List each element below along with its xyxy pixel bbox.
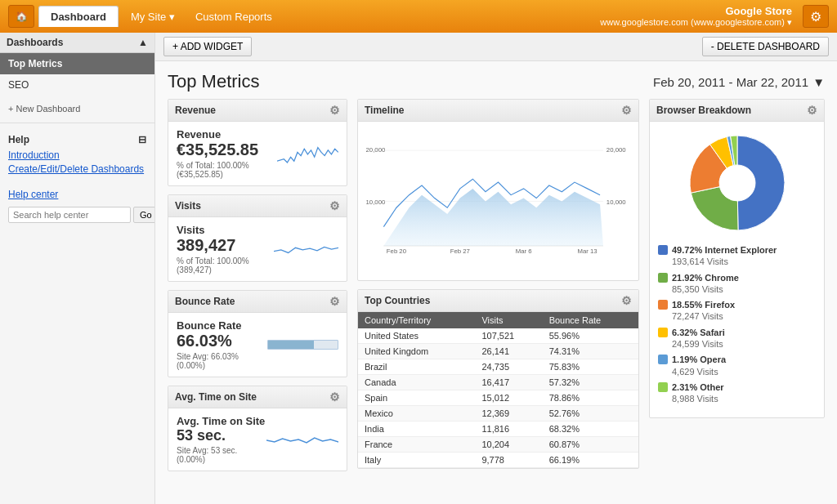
legend-dot [658,382,668,392]
top-countries-widget: Top Countries ⚙ Country/Territory Visits… [357,289,639,469]
legend-name: 18.55% Firefox [672,299,735,310]
legend-text: 1.19% Opera 4,629 Visits [672,354,726,377]
avgtime-widget-header: Avg. Time on Site ⚙ [168,386,347,408]
legend-visits: 193,614 Visits [672,256,777,267]
countries-table: Country/Territory Visits Bounce Rate Uni… [358,312,638,468]
middle-column: Timeline ⚙ 20,000 10,000 20,000 10,000 [357,99,639,471]
visits-gear-icon[interactable]: ⚙ [329,199,340,212]
svg-text:20,000: 20,000 [606,146,626,154]
revenue-widget: Revenue ⚙ Revenue €35,525.85 % of Total:… [168,99,347,186]
bounce-gear-icon[interactable]: ⚙ [329,295,340,308]
search-help-input[interactable] [8,207,131,223]
visits-metric: Visits 389,427 % of Total: 100.00% (389,… [177,224,274,274]
table-cell-visits: 24,735 [475,359,542,375]
legend-text: 21.92% Chrome 85,350 Visits [672,272,739,296]
avgtime-sparkline [266,426,338,454]
table-cell-country: Italy [358,453,475,468]
timeline-chart: 20,000 10,000 20,000 10,000 [365,128,632,271]
gear-icon[interactable]: ⚙ [803,5,829,28]
sidebar-divider [0,123,154,123]
legend-visits: 85,350 Visits [672,283,739,295]
help-link-introduction[interactable]: Introduction [8,149,146,161]
legend-visits: 4,629 Visits [672,366,726,377]
sidebar-help: Help ⊟ Introduction Create/Edit/Delete D… [0,127,154,230]
table-cell-bounce: 66.19% [543,453,638,468]
bounce-bar-fill [268,341,314,349]
sidebar-item-seo[interactable]: SEO [0,74,154,96]
bounce-bar [267,340,338,350]
table-cell-country: Spain [358,390,475,406]
avgtime-metric-row: Avg. Time on Site 53 sec. Site Avg: 53 s… [177,415,338,464]
sidebar-item-top-metrics[interactable]: Top Metrics [0,53,154,74]
dashboards-section-header[interactable]: Dashboards ▲ [0,33,154,53]
nav-tab-dashboard[interactable]: Dashboard [38,6,119,27]
help-link-create-edit-delete[interactable]: Create/Edit/Delete Dashboards [8,163,146,175]
svg-text:Feb 27: Feb 27 [450,248,470,255]
revenue-metric: Revenue €35,525.85 % of Total: 100.00% (… [177,128,277,179]
table-cell-country: India [358,421,475,437]
legend-name: 1.19% Opera [672,354,726,365]
bounce-widget-body: Bounce Rate 66.03% Site Avg: 66.03% (0.0… [168,313,347,377]
table-cell-bounce: 52.76% [543,406,638,421]
top-nav: 🏠 Dashboard My Site ▾ Custom Reports Goo… [0,0,837,33]
table-cell-country: United Kingdom [358,344,475,359]
legend-item: 21.92% Chrome 85,350 Visits [658,272,816,296]
home-button[interactable]: 🏠 [8,5,34,28]
timeline-gear-icon[interactable]: ⚙ [621,104,632,117]
table-row: Italy9,77866.19% [358,453,638,468]
date-range-picker[interactable]: Feb 20, 2011 - Mar 22, 2011 ▼ [653,75,825,89]
legend-name: 49.72% Internet Explorer [672,244,777,256]
legend-text: 2.31% Other 8,988 Visits [672,381,724,405]
table-row: United States107,52155.96% [358,328,638,344]
timeline-widget-body: 20,000 10,000 20,000 10,000 [358,122,638,280]
table-cell-country: Mexico [358,406,475,421]
timeline-widget-header: Timeline ⚙ [358,100,638,122]
legend-text: 6.32% Safari 24,599 Visits [672,327,725,350]
main-layout: Dashboards ▲ Top Metrics SEO + New Dashb… [0,33,837,504]
legend-name: 21.92% Chrome [672,272,739,283]
search-help-form: Go [8,207,146,223]
table-cell-visits: 10,204 [475,437,542,453]
avgtime-gear-icon[interactable]: ⚙ [329,390,340,404]
legend-dot [658,328,668,337]
table-cell-country: Brazil [358,359,475,375]
browser-breakdown-widget: Browser Breakdown ⚙ 49.72% Internet Expl… [649,99,825,418]
col-header-bounce: Bounce Rate [543,312,638,328]
legend-name: 2.31% Other [672,381,724,393]
table-cell-bounce: 55.96% [543,328,638,344]
revenue-gear-icon[interactable]: ⚙ [329,104,340,117]
legend-dot [658,355,668,364]
delete-dashboard-button[interactable]: - DELETE DASHBOARD [702,37,829,56]
new-dashboard-link[interactable]: + New Dashboard [0,99,154,118]
legend-item: 2.31% Other 8,988 Visits [658,381,816,405]
legend-dot [658,300,668,310]
table-cell-bounce: 68.32% [543,421,638,437]
revenue-metric-row: Revenue €35,525.85 % of Total: 100.00% (… [177,128,338,179]
legend-item: 6.32% Safari 24,599 Visits [658,327,816,350]
legend-visits: 72,247 Visits [672,310,735,322]
browser-gear-icon[interactable]: ⚙ [807,104,817,117]
browser-widget-header: Browser Breakdown ⚙ [650,100,824,122]
page-title: Top Metrics [168,71,259,92]
browser-pie-container [658,130,816,236]
svg-text:20,000: 20,000 [366,146,386,154]
col-header-visits: Visits [475,312,542,328]
countries-gear-icon[interactable]: ⚙ [621,294,632,307]
table-cell-visits: 9,778 [475,453,542,468]
search-help-button[interactable]: Go [133,207,155,223]
table-cell-visits: 12,369 [475,406,542,421]
legend-visits: 24,599 Visits [672,338,725,350]
bounce-metric-row: Bounce Rate 66.03% Site Avg: 66.03% (0.0… [177,319,338,370]
legend-text: 49.72% Internet Explorer 193,614 Visits [672,244,777,268]
visits-sparkline [274,235,338,264]
visits-widget: Visits ⚙ Visits 389,427 % of Total: 100.… [168,194,347,282]
add-widget-button[interactable]: + ADD WIDGET [163,37,252,56]
svg-text:10,000: 10,000 [606,198,626,206]
revenue-sparkline [277,140,338,168]
table-row: India11,81668.32% [358,421,638,437]
help-center-link[interactable]: Help center [8,189,146,200]
nav-link-mysite[interactable]: My Site ▾ [123,7,183,27]
nav-link-custom-reports[interactable]: Custom Reports [187,7,280,27]
revenue-widget-body: Revenue €35,525.85 % of Total: 100.00% (… [168,122,347,185]
legend-text: 18.55% Firefox 72,247 Visits [672,299,735,323]
